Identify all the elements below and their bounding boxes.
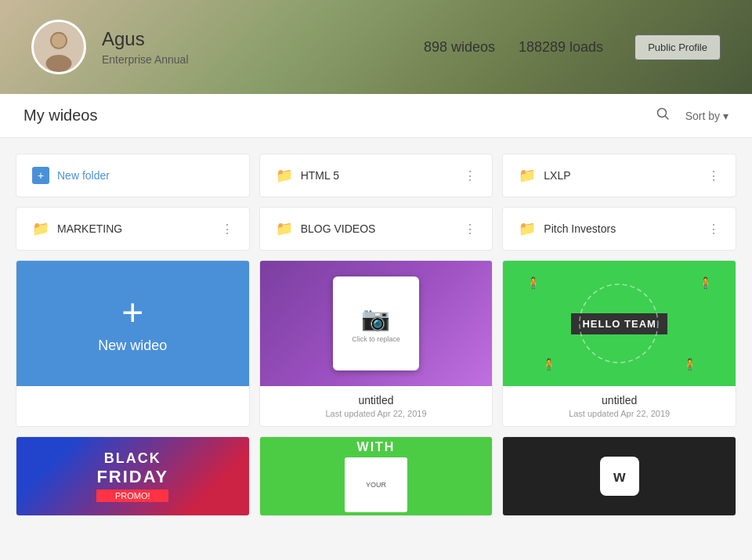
chevron-down-icon: ▾	[723, 110, 728, 122]
stick-figure-4: 🧍	[683, 358, 696, 370]
click-to-replace-label: Click to replace	[352, 335, 400, 343]
new-folder-item[interactable]: + New folder	[16, 154, 250, 197]
user-info: Agus Enterprise Annual	[102, 28, 189, 66]
lxlp-folder-label: LXLP	[544, 169, 570, 182]
header-actions: Sort by ▾	[656, 107, 728, 125]
untitled-2-thumbnail: 🧍 🧍 🧍 🧍 HELLO TEAM	[503, 261, 736, 386]
untitled-1-card[interactable]: 📷 Click to replace untitled Last updated…	[259, 260, 494, 427]
dark-logo-thumbnail: w	[503, 437, 736, 515]
avatar	[31, 20, 86, 74]
hello-team-banner: HELLO TEAM	[571, 313, 667, 334]
new-folder-left: + New folder	[32, 167, 110, 184]
untitled-2-title: untitled	[512, 394, 726, 406]
wideos-count: 898 wideos	[424, 39, 495, 56]
with-text-card[interactable]: WITH YOUR	[259, 436, 494, 516]
stick-figure-1: 🧍	[526, 276, 540, 289]
loads-stat: 188289 loads	[519, 39, 603, 56]
untitled-2-info: untitled Last updated Apr 22, 2019	[503, 386, 736, 426]
lxlp-folder-left: 📁 LXLP	[519, 167, 570, 184]
folder-icon: 📁	[519, 167, 536, 184]
dark-logo-card[interactable]: w	[502, 436, 736, 516]
svg-point-3	[52, 34, 66, 48]
new-wideo-label: New wideo	[98, 338, 167, 354]
search-icon	[656, 107, 670, 121]
stats: 898 wideos 188289 loads	[424, 39, 603, 56]
plus-icon: +	[121, 294, 143, 331]
black-friday-content: BLACK FRIDAY PROMO!	[96, 450, 168, 502]
untitled-1-white-card: 📷 Click to replace	[333, 276, 419, 370]
folder-icon: 📁	[519, 220, 536, 237]
search-button[interactable]	[656, 107, 670, 125]
pitch-investors-folder-menu-button[interactable]: ⋮	[707, 222, 720, 237]
svg-point-4	[657, 109, 666, 117]
grid-container: + New folder 📁 HTML 5 ⋮ 📁 LXLP ⋮ 📁	[0, 138, 752, 532]
blog-videos-folder-left: 📁 BLOG VIDEOS	[276, 220, 376, 237]
blog-videos-folder-menu-button[interactable]: ⋮	[464, 222, 476, 237]
blog-videos-folder-label: BLOG VIDEOS	[301, 222, 376, 235]
untitled-1-title: untitled	[269, 394, 483, 406]
new-folder-label: New folder	[57, 169, 110, 182]
html5-folder-label: HTML 5	[301, 169, 339, 182]
pitch-investors-folder-label: Pitch Investors	[544, 222, 616, 235]
lxlp-folder-item[interactable]: 📁 LXLP ⋮	[502, 154, 736, 197]
html5-folder-left: 📁 HTML 5	[276, 167, 339, 184]
sort-button[interactable]: Sort by ▾	[685, 110, 728, 122]
new-folder-icon: +	[32, 167, 49, 184]
with-text-content: WITH YOUR	[345, 440, 407, 512]
camera-icon: 📷	[361, 305, 390, 332]
header-right: 898 wideos 188289 loads Public Profile	[424, 34, 721, 60]
html5-folder-item[interactable]: 📁 HTML 5 ⋮	[259, 154, 494, 197]
videos-header: My wideos Sort by ▾	[0, 94, 752, 138]
pitch-investors-folder-left: 📁 Pitch Investors	[519, 220, 616, 237]
folder-icon: 📁	[276, 220, 293, 237]
sort-label: Sort by	[685, 110, 720, 122]
with-text-thumbnail: WITH YOUR	[260, 437, 493, 515]
promo-badge: PROMO!	[96, 490, 168, 502]
black-friday-line2: FRIDAY	[96, 467, 168, 487]
user-plan: Enterprise Annual	[102, 53, 189, 66]
folder-icon: 📁	[276, 167, 293, 184]
new-wideo-thumbnail: + New wideo	[16, 261, 249, 386]
untitled-2-card[interactable]: 🧍 🧍 🧍 🧍 HELLO TEAM untitled Last updated…	[502, 260, 736, 427]
public-profile-button[interactable]: Public Profile	[634, 34, 721, 60]
stick-figure-3: 🧍	[542, 358, 555, 370]
svg-line-5	[665, 117, 668, 120]
header-left: Agus Enterprise Annual	[31, 20, 189, 74]
new-wideo-card[interactable]: + New wideo	[16, 260, 250, 427]
folder-icon: 📁	[32, 220, 49, 237]
untitled-1-date: Last updated Apr 22, 2019	[269, 409, 483, 418]
marketing-folder-item[interactable]: 📁 MARKETING ⋮	[16, 207, 250, 251]
store-card: YOUR	[345, 457, 407, 512]
stick-figure-2: 🧍	[699, 276, 712, 289]
header: Agus Enterprise Annual 898 wideos 188289…	[0, 0, 752, 94]
black-friday-line1: BLACK	[96, 450, 168, 467]
black-friday-thumbnail: BLACK FRIDAY PROMO!	[16, 437, 249, 515]
wideos-stat: 898 wideos	[424, 39, 495, 56]
w-logo-text: w	[613, 468, 626, 486]
lxlp-folder-menu-button[interactable]: ⋮	[707, 168, 720, 183]
untitled-2-date: Last updated Apr 22, 2019	[512, 409, 726, 418]
black-friday-card[interactable]: BLACK FRIDAY PROMO!	[16, 436, 250, 516]
store-card-label: YOUR	[366, 481, 386, 489]
marketing-folder-label: MARKETING	[57, 222, 122, 235]
w-logo: w	[600, 457, 639, 496]
marketing-folder-left: 📁 MARKETING	[32, 220, 122, 237]
svg-point-2	[46, 55, 72, 72]
untitled-1-info: untitled Last updated Apr 22, 2019	[260, 386, 493, 426]
marketing-folder-menu-button[interactable]: ⋮	[221, 222, 233, 237]
html5-folder-menu-button[interactable]: ⋮	[464, 168, 476, 183]
user-name: Agus	[102, 28, 189, 50]
main-content: My wideos Sort by ▾ + New folder	[0, 94, 752, 560]
loads-count: 188289 loads	[519, 39, 603, 56]
pitch-investors-folder-item[interactable]: 📁 Pitch Investors ⋮	[502, 207, 736, 251]
untitled-1-thumbnail: 📷 Click to replace	[260, 261, 493, 386]
blog-videos-folder-item[interactable]: 📁 BLOG VIDEOS ⋮	[259, 207, 494, 251]
with-label: WITH	[345, 440, 407, 454]
page-title: My wideos	[24, 107, 97, 125]
